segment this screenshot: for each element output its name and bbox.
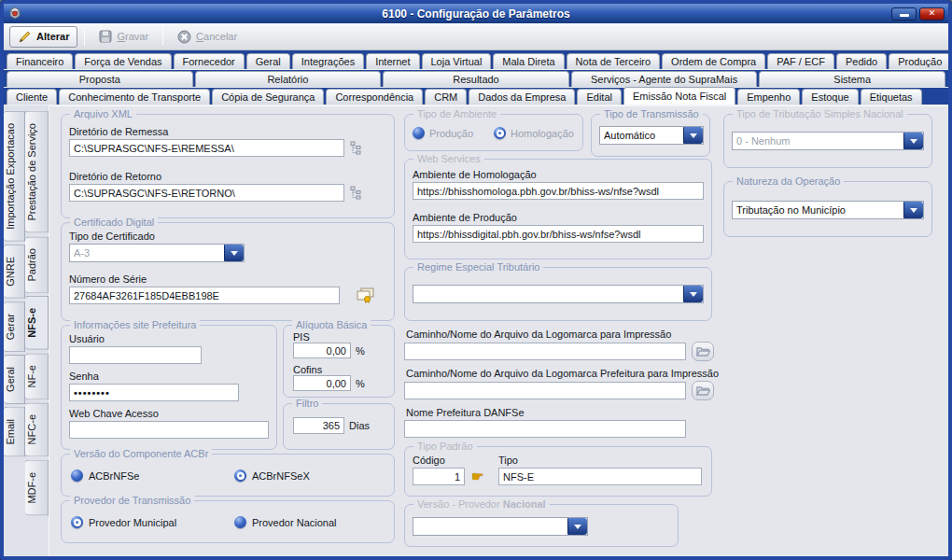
tab-etiquetas[interactable]: Etiquetas xyxy=(861,89,922,105)
tab-emiss-o-nota-fiscal[interactable]: Emissão Nota Fiscal xyxy=(623,87,735,105)
chevron-down-icon[interactable] xyxy=(903,133,923,149)
pencil-icon xyxy=(18,30,32,44)
tab-loja-virtual[interactable]: Loja Virtual xyxy=(422,53,492,69)
tab-fornecedor[interactable]: Fornecedor xyxy=(174,53,245,69)
open-folder-button[interactable] xyxy=(692,381,714,400)
chevron-down-icon[interactable] xyxy=(683,127,703,144)
provedor-municipal-label: Provedor Municipal xyxy=(89,517,176,528)
senha-input[interactable] xyxy=(69,384,239,401)
tab-mala-direta[interactable]: Mala Direta xyxy=(493,53,564,69)
cancelar-button[interactable]: Cancelar xyxy=(170,27,245,47)
chevron-down-icon[interactable] xyxy=(567,518,587,535)
logomarca-prefeitura-input[interactable] xyxy=(404,382,686,399)
group-filtro: Filtro Dias xyxy=(283,403,395,450)
radio-provedor-nacional[interactable] xyxy=(234,516,246,528)
radio-acbrnfse[interactable] xyxy=(71,469,83,482)
natureza-operacao-combo[interactable]: Tributação no Município xyxy=(732,201,924,219)
regime-especial-combo[interactable] xyxy=(413,285,704,303)
side-tab-presta-o-de-servi-o[interactable]: Prestação de Serviço xyxy=(25,111,49,233)
folder-tree-icon[interactable] xyxy=(350,186,365,201)
tab-servi-os-agente-do-supramais[interactable]: Serviços - Agente do SupraMais xyxy=(571,71,758,87)
tributacao-simples-value: 0 - Nenhum xyxy=(733,133,903,149)
tab-edital[interactable]: Edital xyxy=(577,89,622,105)
tab-internet[interactable]: Internet xyxy=(366,53,419,69)
homologacao-label: Homologação xyxy=(511,128,574,139)
cofins-percent-label: % xyxy=(356,378,365,389)
tab-c-pia-de-seguran-a[interactable]: Cópia de Segurança xyxy=(212,89,324,105)
acbrnfsex-label: ACBrNFSeX xyxy=(252,470,310,482)
tab-relat-rio[interactable]: Relatório xyxy=(195,71,382,87)
retorno-input[interactable] xyxy=(69,184,344,202)
side-tab-padr-o[interactable]: Padrão xyxy=(25,236,49,293)
group-caption: Tipo de Ambiente xyxy=(413,108,500,119)
tab-financeiro[interactable]: Financeiro xyxy=(7,53,73,69)
chevron-down-icon[interactable] xyxy=(903,202,923,218)
tab-produ-o[interactable]: Produção xyxy=(889,53,951,69)
tab-cliente[interactable]: Cliente xyxy=(7,89,57,105)
side-tab-gerar[interactable]: Gerar xyxy=(4,301,25,352)
dias-label: Dias xyxy=(349,420,370,431)
tab-sistema[interactable]: Sistema xyxy=(759,71,945,87)
side-tab-email[interactable]: Email xyxy=(4,407,25,457)
tab-nota-de-terceiro[interactable]: Nota de Terceiro xyxy=(567,53,661,69)
chevron-down-icon[interactable] xyxy=(224,245,244,261)
tab-estoque[interactable]: Estoque xyxy=(802,89,858,105)
folder-tree-icon[interactable] xyxy=(350,141,365,156)
side-tab-geral[interactable]: Geral xyxy=(4,355,25,404)
alterar-button[interactable]: Alterar xyxy=(9,26,77,48)
gravar-button[interactable]: Gravar xyxy=(91,27,156,46)
close-button[interactable]: ✕ xyxy=(919,7,945,21)
tab-proposta[interactable]: Proposta xyxy=(7,71,193,87)
codigo-input[interactable] xyxy=(413,468,465,485)
remessa-input[interactable] xyxy=(69,139,344,157)
versao-provedor-combo[interactable] xyxy=(413,517,588,536)
usuario-input[interactable] xyxy=(69,346,202,364)
cancel-icon xyxy=(177,30,191,44)
chevron-down-icon[interactable] xyxy=(683,286,703,302)
logomarca-input[interactable] xyxy=(404,343,686,360)
side-tab-nf-e[interactable]: NF-e xyxy=(25,353,49,399)
tab-resultado[interactable]: Resultado xyxy=(383,71,569,87)
tab-pedido[interactable]: Pedido xyxy=(836,53,887,69)
numero-serie-input[interactable] xyxy=(69,287,340,304)
tipo-certificado-combo[interactable]: A-3 xyxy=(69,244,245,262)
radio-producao[interactable] xyxy=(413,127,425,139)
tab-crm[interactable]: CRM xyxy=(425,89,467,105)
nfse-panel: Arquivo XML Diretório de Remessa Diretór… xyxy=(49,105,948,559)
tab-conhecimento-de-transporte[interactable]: Conhecimento de Transporte xyxy=(59,89,210,105)
side-tab-mdf-e[interactable]: MDF-e xyxy=(25,460,49,516)
tab-for-a-de-vendas[interactable]: Força de Vendas xyxy=(75,53,171,69)
tab-paf-ecf[interactable]: PAF / ECF xyxy=(767,53,834,69)
title-bar: 6100 - Configuração de Parâmetros ✕ xyxy=(4,4,948,23)
tab-integra-es[interactable]: Integrações xyxy=(292,53,364,69)
open-folder-button[interactable] xyxy=(692,342,714,361)
pis-percent-label: % xyxy=(356,345,365,357)
save-icon xyxy=(99,30,112,43)
tributacao-simples-combo[interactable]: 0 - Nenhum xyxy=(732,132,924,150)
versao-provedor-value xyxy=(413,518,567,535)
radio-provedor-municipal[interactable] xyxy=(71,516,83,528)
tipo-input[interactable] xyxy=(498,468,702,485)
web-chave-acesso-input[interactable] xyxy=(69,421,269,439)
radio-homologacao[interactable] xyxy=(494,127,506,139)
lookup-hand-icon[interactable]: ☛ xyxy=(471,469,483,483)
side-tab-importa-o-exportacao[interactable]: Importação Exportacao xyxy=(4,111,25,242)
tab-empenho[interactable]: Empenho xyxy=(737,89,800,105)
tab-ordem-de-compra[interactable]: Ordem de Compra xyxy=(662,53,765,69)
ambiente-homologacao-input[interactable] xyxy=(413,182,704,200)
tab-geral[interactable]: Geral xyxy=(246,53,290,69)
pis-input[interactable] xyxy=(293,343,351,358)
tipo-transmissao-combo[interactable]: Automático xyxy=(599,126,704,145)
side-tab-gnre[interactable]: GNRE xyxy=(4,245,25,299)
minimize-button[interactable] xyxy=(891,7,917,21)
ambiente-producao-input[interactable] xyxy=(413,225,704,243)
side-tab-nfc-e[interactable]: NFC-e xyxy=(25,402,49,456)
nome-prefeitura-danfse-input[interactable] xyxy=(404,420,686,438)
tab-dados-da-empresa[interactable]: Dados da Empresa xyxy=(469,89,575,105)
filtro-dias-input[interactable] xyxy=(293,417,344,434)
tab-correspond-ncia[interactable]: Correspondência xyxy=(326,89,423,105)
radio-acbrnfsex[interactable] xyxy=(234,469,246,482)
side-tab-nfs-e[interactable]: NFS-e xyxy=(25,296,49,350)
certificate-icon[interactable] xyxy=(357,287,374,303)
cofins-input[interactable] xyxy=(293,375,351,391)
